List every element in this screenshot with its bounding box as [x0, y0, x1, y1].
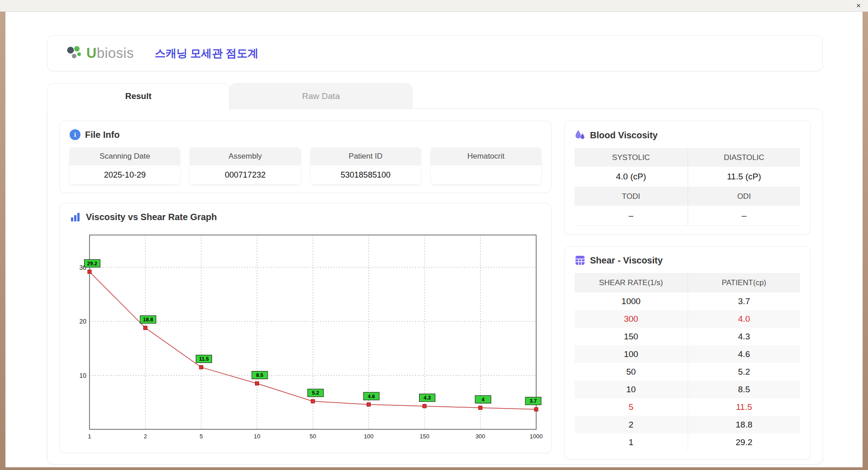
- patient-cell: 18.8: [688, 416, 801, 433]
- shear-rate-cell: 150: [575, 328, 688, 345]
- svg-text:1: 1: [88, 433, 91, 440]
- svg-text:150: 150: [420, 433, 429, 440]
- window-titlebar: ×: [0, 0, 868, 12]
- todi-value: –: [575, 206, 688, 226]
- tab-raw-data[interactable]: Raw Data: [230, 83, 412, 109]
- patient-cell: 11.5: [688, 398, 801, 416]
- bar-chart-icon: [70, 212, 81, 222]
- patient-cell: 5.2: [688, 363, 801, 381]
- page-title: 스캐닝 모세관 점도계: [155, 46, 258, 61]
- systolic-label: SYSTOLIC: [575, 148, 688, 167]
- table-grid-icon: [575, 255, 585, 266]
- left-column: i File Info Scanning Date2025-10-29Assem…: [59, 121, 552, 452]
- shear-rate-cell: 1000: [575, 292, 688, 310]
- shear-viscosity-title: Shear - Viscosity: [590, 255, 663, 266]
- file-info-header: i File Info: [70, 129, 541, 140]
- svg-text:10: 10: [254, 433, 260, 440]
- svg-text:300: 300: [476, 433, 486, 440]
- shear-table-row: 511.5: [575, 398, 800, 416]
- patient-column-header: PATIENT(cp): [688, 273, 801, 292]
- patient-cell: 4.3: [688, 328, 801, 345]
- shear-viscosity-header: Shear - Viscosity: [575, 255, 800, 266]
- blood-viscosity-title: Blood Viscosity: [590, 130, 658, 141]
- file-info-fields: Scanning Date2025-10-29Assembly000717232…: [70, 147, 541, 184]
- field-value: 000717232: [190, 165, 300, 184]
- file-info-card: i File Info Scanning Date2025-10-29Assem…: [59, 121, 552, 193]
- shear-table-row: 1504.3: [575, 328, 800, 345]
- blood-viscosity-grid: SYSTOLIC DIASTOLIC 4.0 (cP) 11.5 (cP) TO…: [575, 148, 800, 226]
- todi-label: TODI: [575, 187, 688, 206]
- file-info-field-1: Assembly000717232: [190, 147, 300, 184]
- viscosity-chart: 1020301251050100150300100029.218.811.58.…: [70, 230, 541, 445]
- app-window: Ubiosis 스캐닝 모세관 점도계 Result Raw Data i Fi…: [5, 12, 863, 467]
- shear-table-row: 1004.6: [575, 345, 800, 363]
- field-label: Scanning Date: [70, 147, 180, 165]
- shear-rate-cell: 300: [575, 310, 688, 328]
- shear-rate-cell: 5: [575, 398, 688, 416]
- patient-cell: 8.5: [688, 381, 801, 398]
- field-label: Patient ID: [311, 147, 421, 165]
- droplets-icon: [575, 129, 585, 141]
- field-value: 53018585100: [311, 165, 421, 184]
- patient-cell: 3.7: [688, 292, 801, 310]
- shear-table-row: 108.5: [575, 381, 800, 398]
- field-label: Assembly: [190, 147, 300, 165]
- shear-rate-column-header: SHEAR RATE(1/s): [575, 273, 688, 292]
- odi-label: ODI: [688, 187, 801, 206]
- shear-viscosity-card: Shear - Viscosity SHEAR RATE(1/s) PATIEN…: [564, 246, 811, 460]
- shear-table-row: 129.2: [575, 433, 800, 451]
- close-icon[interactable]: ×: [856, 2, 861, 9]
- ubiosis-logo: Ubiosis: [65, 45, 134, 61]
- svg-text:4.6: 4.6: [368, 394, 375, 399]
- info-icon: i: [70, 129, 80, 140]
- svg-text:50: 50: [310, 433, 316, 440]
- tab-bar: Result Raw Data: [47, 83, 823, 109]
- app-header: Ubiosis 스캐닝 모세관 점도계: [47, 35, 823, 71]
- svg-text:5: 5: [199, 433, 203, 440]
- file-info-field-0: Scanning Date2025-10-29: [70, 147, 180, 184]
- graph-title: Viscosity vs Shear Rate Graph: [86, 212, 217, 222]
- shear-table-body: 10003.73004.01504.31004.6505.2108.5511.5…: [575, 292, 800, 451]
- graph-header: Viscosity vs Shear Rate Graph: [70, 212, 541, 222]
- shear-viscosity-table: SHEAR RATE(1/s) PATIENT(cp) 10003.73004.…: [575, 273, 800, 451]
- shear-rate-cell: 2: [575, 416, 688, 433]
- result-panel: i File Info Scanning Date2025-10-29Assem…: [47, 108, 823, 465]
- shear-rate-cell: 100: [575, 345, 688, 363]
- file-info-title: File Info: [85, 130, 120, 140]
- viscosity-chart-svg: 1020301251050100150300100029.218.811.58.…: [70, 230, 544, 443]
- svg-text:100: 100: [364, 433, 374, 440]
- shear-rate-cell: 1: [575, 433, 688, 451]
- svg-text:1000: 1000: [530, 433, 543, 440]
- svg-text:11.5: 11.5: [199, 356, 209, 362]
- shear-table-row: 3004.0: [575, 310, 800, 328]
- tab-result[interactable]: Result: [47, 83, 230, 109]
- svg-text:20: 20: [79, 318, 86, 325]
- field-value: 2025-10-29: [70, 165, 180, 184]
- svg-text:2: 2: [144, 433, 147, 440]
- shear-table-row: 10003.7: [575, 292, 800, 310]
- diastolic-label: DIASTOLIC: [688, 148, 801, 167]
- patient-cell: 4.0: [688, 310, 801, 328]
- svg-text:4: 4: [481, 397, 485, 402]
- svg-text:4.3: 4.3: [424, 395, 431, 400]
- shear-table-row: 218.8: [575, 416, 800, 433]
- systolic-value: 4.0 (cP): [575, 167, 688, 187]
- patient-cell: 29.2: [688, 433, 801, 451]
- logo-text: Ubiosis: [86, 45, 134, 61]
- right-column: Blood Viscosity SYSTOLIC DIASTOLIC 4.0 (…: [564, 121, 811, 452]
- svg-text:8.5: 8.5: [256, 372, 264, 378]
- field-label: Hematocrit: [431, 147, 541, 165]
- svg-text:29.2: 29.2: [87, 261, 97, 266]
- logo-dots-icon: [65, 45, 84, 61]
- field-value: [431, 165, 541, 184]
- shear-table-header: SHEAR RATE(1/s) PATIENT(cp): [575, 273, 800, 292]
- blood-viscosity-card: Blood Viscosity SYSTOLIC DIASTOLIC 4.0 (…: [564, 121, 811, 235]
- patient-cell: 4.6: [688, 345, 801, 363]
- svg-text:10: 10: [79, 372, 86, 379]
- file-info-field-2: Patient ID53018585100: [311, 147, 421, 184]
- svg-text:3.7: 3.7: [530, 398, 537, 404]
- svg-text:5.2: 5.2: [312, 390, 319, 395]
- viscosity-graph-card: Viscosity vs Shear Rate Graph 1020301251…: [59, 203, 552, 453]
- blood-viscosity-header: Blood Viscosity: [575, 129, 800, 141]
- shear-rate-cell: 10: [575, 381, 688, 398]
